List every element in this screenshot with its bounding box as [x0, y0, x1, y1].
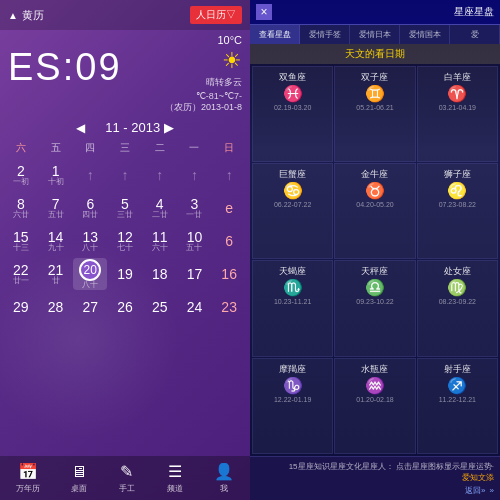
- weather-range: ℃-81~℃7-: [196, 91, 242, 101]
- table-row[interactable]: ↑: [108, 159, 142, 191]
- table-row[interactable]: 22廿一: [4, 258, 38, 290]
- day-header-mon: 一: [177, 139, 212, 157]
- nav-item-calendar[interactable]: 📅 万年历: [16, 462, 40, 494]
- bottom-nav: 📅 万年历 🖥 桌面 ✎ 手工 ☰ 频道 👤 我: [0, 456, 250, 500]
- bottom-info: ·15星座知识星座文化星座人： 点击星座图标显示星座运势 爱知文添 « «返回: [250, 456, 500, 500]
- back-label: «返回: [465, 485, 485, 496]
- table-row[interactable]: ↑: [73, 159, 107, 191]
- tab-love-cn[interactable]: 爱情国本: [400, 25, 450, 44]
- table-row[interactable]: e: [212, 192, 246, 224]
- prev-month-arrow[interactable]: ◀: [76, 121, 85, 135]
- horo-aries[interactable]: 白羊座 ♈ 03.21-04.19: [417, 66, 498, 162]
- right-panel: × 星座星盘 查看星盘 爱情手签 爱情日本 爱情国本 爱 天文的看日期 双鱼座 …: [250, 0, 500, 500]
- table-row[interactable]: 19: [108, 258, 142, 290]
- horo-pisces[interactable]: 双鱼座 ♓ 02.19-03.20: [252, 66, 333, 162]
- wifi-icon: ▲: [8, 10, 18, 21]
- table-row[interactable]: 3一廿: [178, 192, 212, 224]
- nav-label-calendar: 万年历: [16, 483, 40, 494]
- table-row[interactable]: 15十三: [4, 225, 38, 257]
- top-title: 黄历: [22, 8, 44, 23]
- today-cell[interactable]: 20八十: [73, 258, 107, 290]
- day-header-wed: 三: [108, 139, 143, 157]
- nav-label-tools: 手工: [119, 483, 135, 494]
- table-row[interactable]: 18: [143, 258, 177, 290]
- table-row[interactable]: 12七十: [108, 225, 142, 257]
- month-year-label: 11 - 2013 ▶: [105, 120, 174, 135]
- nav-item-tools[interactable]: ✎ 手工: [119, 462, 135, 494]
- back-arrow-icon: «: [490, 486, 494, 495]
- table-row[interactable]: 24: [178, 291, 212, 323]
- nav-item-channel[interactable]: ☰ 频道: [167, 462, 183, 494]
- day-header-tue: 二: [142, 139, 177, 157]
- table-row[interactable]: 29: [4, 291, 38, 323]
- table-row[interactable]: 10五十: [178, 225, 212, 257]
- nav-label-channel: 频道: [167, 483, 183, 494]
- table-row[interactable]: 13八十: [73, 225, 107, 257]
- table-row[interactable]: 6: [212, 225, 246, 257]
- tab-love-sign[interactable]: 爱情手签: [300, 25, 350, 44]
- nav-label-desktop: 桌面: [71, 483, 87, 494]
- tab-love-jp[interactable]: 爱情日本: [350, 25, 400, 44]
- table-row[interactable]: ↑: [143, 159, 177, 191]
- horo-virgo[interactable]: 处女座 ♍ 08.23-09.22: [417, 260, 498, 356]
- nav-item-me[interactable]: 👤 我: [214, 462, 234, 494]
- weather-area: 10°C ☀ 晴转多云 ℃-81~℃7-: [196, 34, 242, 101]
- table-row[interactable]: 7五廿: [39, 192, 73, 224]
- table-row[interactable]: 6四廿: [73, 192, 107, 224]
- table-row[interactable]: 26: [108, 291, 142, 323]
- nav-label-me: 我: [220, 483, 228, 494]
- table-row[interactable]: 1十初: [39, 159, 73, 191]
- day-header-thu: 四: [73, 139, 108, 157]
- nav-item-desktop[interactable]: 🖥 桌面: [71, 463, 87, 494]
- tab-view-chart[interactable]: 查看星盘: [250, 25, 300, 44]
- table-row[interactable]: 21廿: [39, 258, 73, 290]
- top-bar-left: ▲ 黄历: [8, 8, 44, 23]
- user-icon: 👤: [214, 462, 234, 481]
- day-headers: 六 五 四 三 二 一 日: [0, 139, 250, 157]
- table-row[interactable]: 11六十: [143, 225, 177, 257]
- horo-aquarius[interactable]: 水瓶座 ♒ 01.20-02.18: [334, 358, 415, 454]
- desktop-icon: 🖥: [71, 463, 87, 481]
- table-row[interactable]: 8六廿: [4, 192, 38, 224]
- right-top-bar: × 星座星盘: [250, 0, 500, 25]
- day-header-fri: 五: [39, 139, 74, 157]
- close-button[interactable]: ×: [256, 4, 272, 20]
- horo-gemini[interactable]: 双子座 ♊ 05.21-06.21: [334, 66, 415, 162]
- horoscope-grid: 双鱼座 ♓ 02.19-03.20 双子座 ♊ 05.21-06.21 白羊座 …: [250, 64, 500, 456]
- horo-libra[interactable]: 天秤座 ♎ 09.23-10.22: [334, 260, 415, 356]
- horo-sagittarius[interactable]: 射手座 ♐ 11.22-12.21: [417, 358, 498, 454]
- horo-taurus[interactable]: 金牛座 ♉ 04.20-05.20: [334, 163, 415, 259]
- table-row[interactable]: 4二廿: [143, 192, 177, 224]
- calendar-grid: 2一初 1十初 ↑ ↑ ↑ ↑ ↑ 8六廿 7五廿 6四廿 5三廿 4二廿 3一…: [0, 159, 250, 323]
- table-row[interactable]: 27: [73, 291, 107, 323]
- table-row[interactable]: ↑: [178, 159, 212, 191]
- tabs-row: 查看星盘 爱情手签 爱情日本 爱情国本 爱: [250, 25, 500, 44]
- table-row[interactable]: 28: [39, 291, 73, 323]
- bottom-info-text: ·15星座知识星座文化星座人： 点击星座图标显示星座运势: [256, 461, 494, 472]
- day-header-sat: 六: [4, 139, 39, 157]
- calendar-icon: 📅: [18, 462, 38, 481]
- horo-leo[interactable]: 狮子座 ♌ 07.23-08.22: [417, 163, 498, 259]
- left-panel: ▲ 黄历 人日历▽ 09:ES 10°C ☀ 晴转多云 ℃-81~℃7- 201…: [0, 0, 250, 500]
- table-row[interactable]: 23: [212, 291, 246, 323]
- table-row[interactable]: 5三廿: [108, 192, 142, 224]
- calendar-button[interactable]: 人日历▽: [190, 6, 242, 24]
- date-line: 2013-01-8（农历）: [0, 101, 250, 114]
- month-nav: ◀ 11 - 2013 ▶: [0, 114, 250, 139]
- horo-capricorn[interactable]: 摩羯座 ♑ 12.22-01.19: [252, 358, 333, 454]
- tools-icon: ✎: [120, 462, 133, 481]
- table-row[interactable]: ↑: [212, 159, 246, 191]
- back-link[interactable]: « «返回: [256, 485, 494, 496]
- horo-scorpio[interactable]: 天蝎座 ♏ 10.23-11.21: [252, 260, 333, 356]
- sun-icon: ☀: [222, 48, 242, 74]
- weather-high: 10°C: [217, 34, 242, 46]
- love-culture-link[interactable]: 爱知文添: [256, 472, 494, 483]
- table-row[interactable]: 16: [212, 258, 246, 290]
- section-header: 天文的看日期: [250, 44, 500, 64]
- horo-cancer[interactable]: 巨蟹座 ♋ 06.22-07.22: [252, 163, 333, 259]
- table-row[interactable]: 17: [178, 258, 212, 290]
- table-row[interactable]: 25: [143, 291, 177, 323]
- table-row[interactable]: 14九十: [39, 225, 73, 257]
- table-row[interactable]: 2一初: [4, 159, 38, 191]
- tab-love-extra[interactable]: 爱: [450, 25, 500, 44]
